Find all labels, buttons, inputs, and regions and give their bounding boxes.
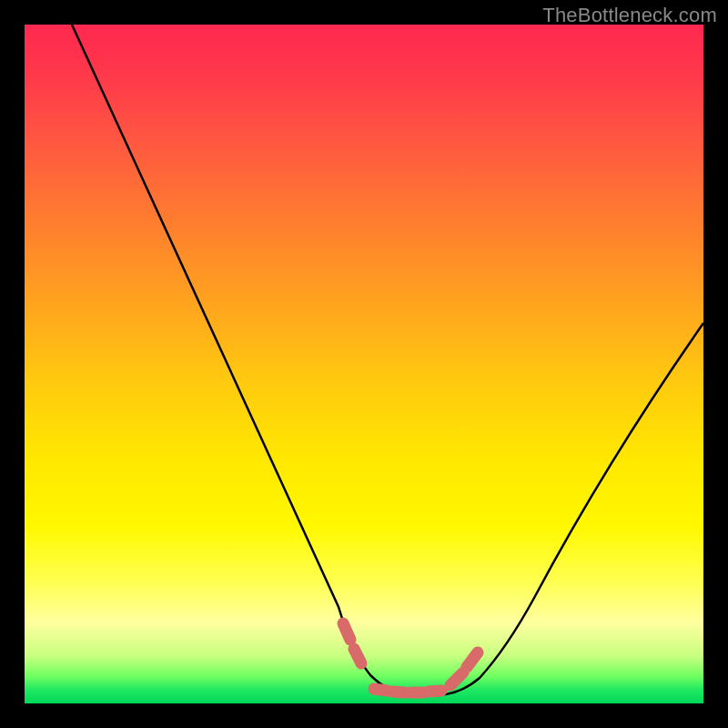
chart-container: TheBottleneck.com: [0, 0, 728, 728]
chart-svg: [25, 25, 703, 703]
svg-line-2: [374, 689, 387, 691]
svg-line-7: [467, 652, 478, 667]
svg-line-3: [392, 692, 405, 693]
svg-line-5: [429, 691, 441, 692]
watermark-text: TheBottleneck.com: [542, 4, 717, 27]
svg-line-0: [343, 623, 350, 640]
svg-line-1: [354, 649, 361, 663]
optimal-range-highlight: [343, 623, 478, 693]
svg-line-6: [450, 672, 463, 685]
bottleneck-curve: [72, 25, 703, 695]
